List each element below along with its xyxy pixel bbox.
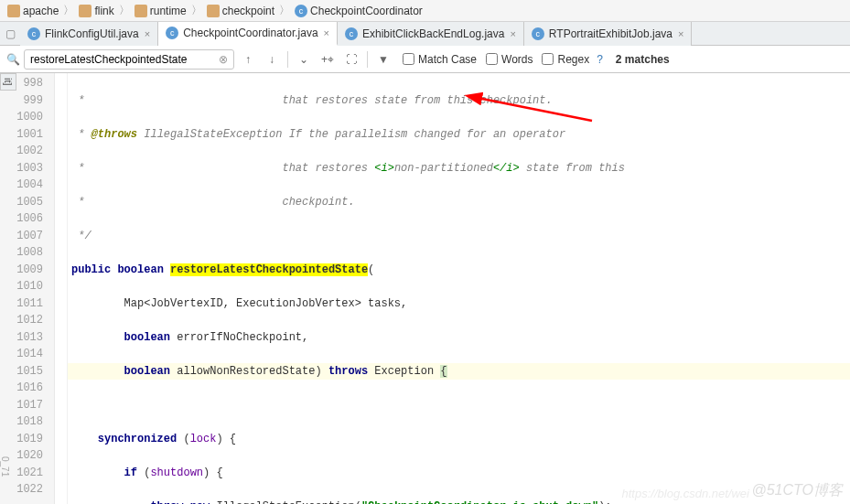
- chevron-right-icon: 〉: [63, 3, 74, 18]
- crumb-flink[interactable]: flink: [79, 5, 113, 17]
- marker-gutter: [55, 73, 68, 504]
- chevron-right-icon: 〉: [191, 3, 202, 18]
- search-icon: 🔍: [5, 52, 20, 67]
- next-match-button[interactable]: ↓: [262, 49, 282, 70]
- class-icon: c: [295, 5, 307, 17]
- prev-match-button[interactable]: ↑: [238, 49, 258, 70]
- close-icon[interactable]: ×: [145, 28, 150, 39]
- tab-flinkconfigutil[interactable]: cFlinkConfigUtil.java×: [20, 22, 158, 46]
- match-case-checkbox[interactable]: Match Case: [403, 53, 477, 66]
- side-tab[interactable]: it]: [0, 73, 16, 91]
- crumb-checkpoint[interactable]: checkpoint: [207, 5, 274, 17]
- tab-exhibitclickbackendlog[interactable]: cExhibitClickBackEndLog.java×: [338, 22, 524, 46]
- search-input[interactable]: [24, 49, 234, 70]
- crumb-runtime[interactable]: runtime: [134, 5, 187, 17]
- breadcrumb: apache〉 flink〉 runtime〉 checkpoint〉 cChe…: [0, 0, 850, 22]
- crumb-class[interactable]: cCheckpointCoordinator: [295, 5, 423, 17]
- filter-icon[interactable]: ▼: [373, 49, 393, 70]
- java-class-icon: c: [532, 27, 544, 40]
- chevron-right-icon: 〉: [279, 3, 290, 18]
- version-label: 0_71: [0, 456, 10, 477]
- search-match: restoreLatestCheckpointedState: [170, 263, 368, 276]
- words-checkbox[interactable]: Words: [486, 53, 533, 66]
- code-area[interactable]: * that restores state from this checkpoi…: [68, 73, 850, 504]
- editor-tabs: ▢ cFlinkConfigUtil.java× cCheckpointCoor…: [0, 22, 850, 46]
- match-count: 2 matches: [616, 53, 670, 66]
- crumb-apache[interactable]: apache: [7, 5, 59, 17]
- search-bar: 🔍 ⊗ ↑ ↓ ⌄ +⌖ ⛶ ▼ Match Case Words Regex …: [0, 46, 850, 73]
- folder-icon: [207, 5, 220, 17]
- collapse-icon[interactable]: ▢: [4, 27, 16, 40]
- add-selection-button[interactable]: +⌖: [317, 49, 338, 70]
- folder-icon: [134, 5, 147, 17]
- java-class-icon: c: [27, 27, 40, 40]
- tab-checkpointcoordinator[interactable]: cCheckpointCoordinator.java×: [158, 22, 338, 46]
- folder-icon: [7, 5, 20, 17]
- caret-button[interactable]: ⌄: [294, 49, 314, 70]
- tab-rtportraitexhibitjob[interactable]: cRTPortraitExhibitJob.java×: [524, 22, 693, 46]
- java-class-icon: c: [345, 27, 358, 40]
- regex-checkbox[interactable]: Regex: [542, 53, 589, 66]
- line-gutter: 9989991000100110021003100410051006100710…: [0, 73, 55, 504]
- help-icon[interactable]: ?: [597, 53, 603, 66]
- java-class-icon: c: [166, 27, 178, 39]
- select-all-button[interactable]: ⛶: [341, 49, 361, 70]
- clear-icon[interactable]: ⊗: [216, 52, 231, 67]
- close-icon[interactable]: ×: [678, 28, 683, 39]
- folder-icon: [79, 5, 91, 17]
- close-icon[interactable]: ×: [510, 28, 515, 39]
- close-icon[interactable]: ×: [324, 27, 329, 38]
- chevron-right-icon: 〉: [119, 3, 130, 18]
- code-editor[interactable]: 9989991000100110021003100410051006100710…: [0, 73, 850, 504]
